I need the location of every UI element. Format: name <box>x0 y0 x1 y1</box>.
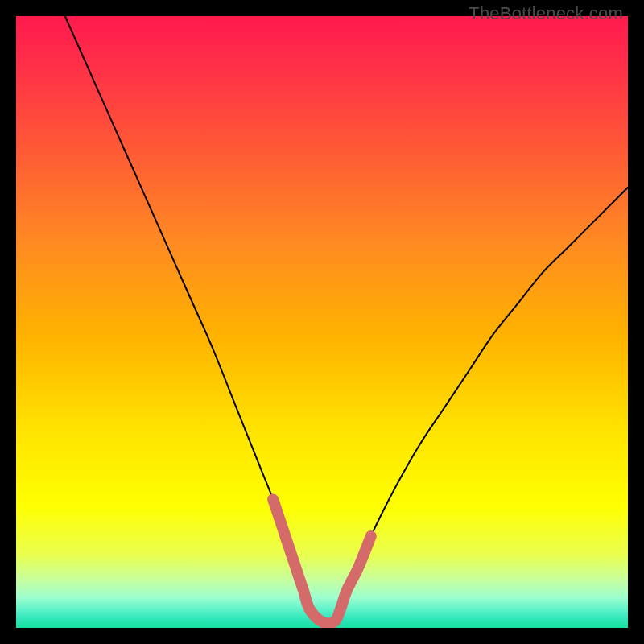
chart-frame: TheBottleneck.com <box>0 0 644 644</box>
background-gradient <box>16 16 628 628</box>
plot-area <box>16 16 628 628</box>
watermark-text: TheBottleneck.com <box>469 3 623 24</box>
